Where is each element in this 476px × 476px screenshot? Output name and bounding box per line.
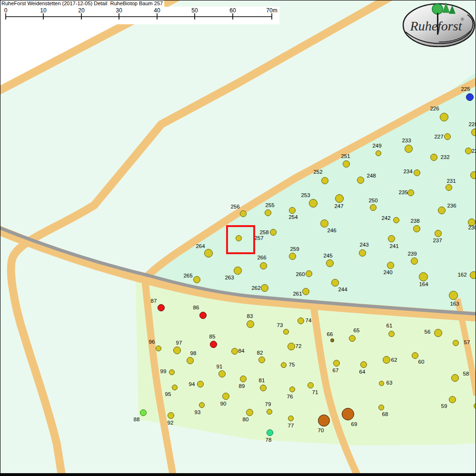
tree-dot-56[interactable] <box>434 329 442 337</box>
logo-wordmark: Ruheforst <box>410 19 463 33</box>
tree-dot-256[interactable] <box>240 210 247 217</box>
tree-dot-65[interactable] <box>349 335 356 342</box>
tree-dot-248[interactable] <box>357 177 364 184</box>
tree-dot-242[interactable] <box>393 217 399 223</box>
tree-dot-73[interactable] <box>283 329 289 335</box>
tree-dot-62[interactable] <box>383 356 390 364</box>
tree-dot-80[interactable] <box>246 409 253 416</box>
tree-dot-261[interactable] <box>302 288 309 295</box>
tree-dot-94[interactable] <box>197 381 204 387</box>
tree-dot-57[interactable] <box>453 340 459 346</box>
tree-dot-162[interactable] <box>470 271 476 279</box>
tree-dot-231[interactable] <box>446 184 452 191</box>
tree-dot-243[interactable] <box>359 249 366 257</box>
tree-dot-262[interactable] <box>261 284 268 292</box>
tree-dot-83[interactable] <box>247 320 254 328</box>
tree-dot-234[interactable] <box>414 169 420 176</box>
tree-dot-225[interactable] <box>466 93 474 101</box>
tree-dot-229[interactable] <box>465 148 472 154</box>
tree-dot-240[interactable] <box>387 262 394 269</box>
tree-dot-253[interactable] <box>309 199 317 208</box>
tree-dot-239[interactable] <box>411 258 418 265</box>
tree-dot-76[interactable] <box>289 387 295 392</box>
tree-dot-77[interactable] <box>288 416 294 421</box>
tree-dot[interactable] <box>474 403 476 409</box>
tree-dot-233[interactable] <box>405 145 413 153</box>
tree-dot-255[interactable] <box>265 209 271 216</box>
tree-dot-245[interactable] <box>326 259 334 267</box>
tree-dot-89[interactable] <box>240 376 247 382</box>
tree-dot-226[interactable] <box>440 113 448 121</box>
tree-dot-78[interactable] <box>267 429 273 436</box>
tree-dot-64[interactable] <box>360 361 367 368</box>
tree-dot-92[interactable] <box>168 412 174 419</box>
tree-dot-72[interactable] <box>288 343 295 350</box>
tree-label-237: 237 <box>433 238 442 244</box>
tree-dot-93[interactable] <box>199 402 205 408</box>
tree-dot-97[interactable] <box>173 347 181 354</box>
tree-dot-260[interactable] <box>306 270 312 277</box>
tree-dot-70[interactable] <box>318 415 330 426</box>
tree-dot-63[interactable] <box>379 381 384 386</box>
tree-dot-75[interactable] <box>281 362 287 368</box>
tree-label-75: 75 <box>289 362 295 368</box>
tree-dot-90[interactable] <box>222 393 229 400</box>
tree-dot-246[interactable] <box>320 219 328 228</box>
tree-label-253: 253 <box>301 193 310 198</box>
tree-dot-87[interactable] <box>158 304 165 311</box>
tree-dot-91[interactable] <box>218 370 226 377</box>
tree-dot-259[interactable] <box>289 253 296 260</box>
tree-dot-79[interactable] <box>267 409 272 415</box>
tree-dot-258[interactable] <box>270 229 277 236</box>
tree-dot-163[interactable] <box>449 291 458 300</box>
scale-tick-label: 70m <box>266 7 277 14</box>
tree-dot-81[interactable] <box>260 385 267 391</box>
tree-dot-99[interactable] <box>169 369 175 375</box>
tree-dot-228[interactable] <box>471 129 476 136</box>
tree-dot-254[interactable] <box>289 207 296 214</box>
tree-label-63: 63 <box>387 380 393 386</box>
tree-dot-96[interactable] <box>156 346 161 351</box>
tree-dot-265[interactable] <box>193 276 200 283</box>
tree-dot-69[interactable] <box>342 408 354 420</box>
tree-label-57: 57 <box>464 340 470 346</box>
tree-dot-238[interactable] <box>413 225 420 232</box>
tree-dot-235[interactable] <box>407 189 414 196</box>
tree-dot-244[interactable] <box>331 279 339 287</box>
tree-dot-68[interactable] <box>378 405 384 410</box>
tree-dot-82[interactable] <box>258 357 265 363</box>
tree-dot-60[interactable] <box>412 352 418 359</box>
tree-dot-236[interactable] <box>438 207 446 214</box>
tree-label-264: 264 <box>196 244 205 249</box>
tree-dot-59[interactable] <box>449 396 456 403</box>
tree-dot-74[interactable] <box>298 317 304 324</box>
tree-label-246: 246 <box>327 228 336 234</box>
tree-dot-164[interactable] <box>419 272 428 281</box>
tree-dot-232[interactable] <box>430 154 437 161</box>
tree-dot-85[interactable] <box>210 341 217 348</box>
tree-dot-247[interactable] <box>335 194 344 203</box>
tree-dot-98[interactable] <box>187 357 194 364</box>
tree-dot-237[interactable] <box>435 230 442 237</box>
tree-dot-263[interactable] <box>234 267 242 275</box>
tree-dot-249[interactable] <box>376 150 381 156</box>
tree-dot-61[interactable] <box>388 331 395 337</box>
tree-dot-251[interactable] <box>343 160 350 168</box>
tree-dot[interactable] <box>470 171 476 179</box>
tree-dot-252[interactable] <box>321 177 328 184</box>
tree-dot-266[interactable] <box>260 262 267 269</box>
tree-dot-227[interactable] <box>444 133 451 140</box>
tree-dot-264[interactable] <box>204 249 213 258</box>
tree-dot-86[interactable] <box>199 312 207 319</box>
tree-dot-67[interactable] <box>333 360 340 367</box>
tree-label-263: 263 <box>225 275 234 281</box>
tree-dot-241[interactable] <box>388 235 395 242</box>
tree-dot-71[interactable] <box>307 382 314 388</box>
tree-dot-84[interactable] <box>231 348 238 355</box>
tree-dot-250[interactable] <box>370 204 377 211</box>
tree-dot-95[interactable] <box>172 385 178 390</box>
tree-dot-58[interactable] <box>451 374 459 382</box>
tree-dot-66[interactable] <box>330 338 334 342</box>
tree-label-245: 245 <box>323 253 332 259</box>
tree-dot-88[interactable] <box>140 409 147 416</box>
